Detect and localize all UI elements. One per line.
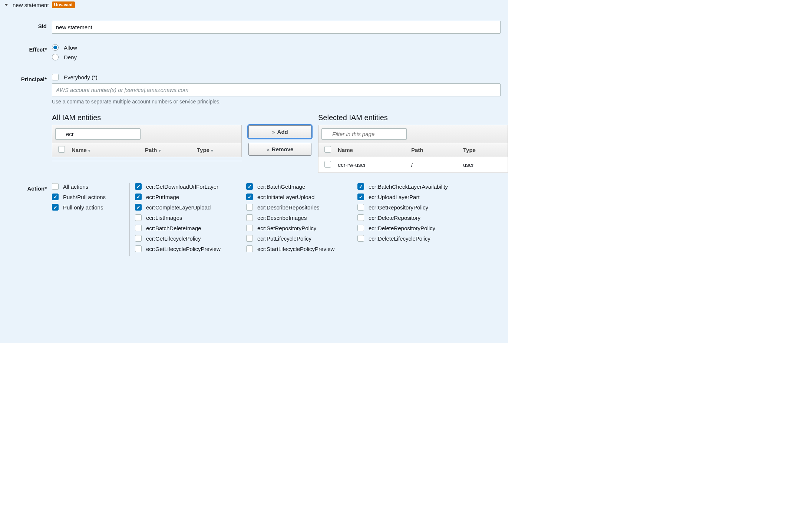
action-checkbox[interactable] xyxy=(135,194,142,200)
action-item: ecr:ListImages xyxy=(135,214,237,221)
action-label: ecr:DeleteRepositoryPolicy xyxy=(369,225,435,231)
remove-button[interactable]: «Remove xyxy=(248,143,311,156)
action-item: ecr:DeleteRepository xyxy=(357,214,460,221)
action-item: ecr:DeleteRepositoryPolicy xyxy=(357,225,460,231)
action-item: ecr:GetRepositoryPolicy xyxy=(357,204,460,211)
sid-input[interactable] xyxy=(52,21,501,34)
col-name[interactable]: Name▾ xyxy=(69,147,142,153)
row-effect: Effect* Allow Deny xyxy=(0,44,508,63)
action-checkbox[interactable] xyxy=(357,235,364,242)
label-action: Action* xyxy=(0,183,52,192)
radio-allow-label: Allow xyxy=(64,44,77,51)
action-checkbox[interactable] xyxy=(246,235,253,242)
col-type[interactable]: Type xyxy=(460,147,505,153)
action-checkbox[interactable] xyxy=(246,204,253,211)
action-group-item: All actions xyxy=(52,183,124,190)
unsaved-badge: Unsaved xyxy=(52,1,75,8)
radio-deny[interactable] xyxy=(52,54,59,60)
col-name[interactable]: Name xyxy=(335,147,408,153)
selected-iam-filter[interactable] xyxy=(321,128,407,140)
action-group-label: Pull only actions xyxy=(63,204,103,211)
label-sid: Sid xyxy=(0,21,52,29)
action-item: ecr:GetDownloadUrlForLayer xyxy=(135,183,237,190)
all-iam-filter[interactable] xyxy=(55,128,141,140)
action-item: ecr:UploadLayerPart xyxy=(357,194,460,200)
action-checkbox[interactable] xyxy=(135,225,142,231)
action-checkbox[interactable] xyxy=(357,183,364,190)
action-checkbox[interactable] xyxy=(52,194,59,200)
action-checkbox[interactable] xyxy=(246,214,253,221)
action-group-item: Pull only actions xyxy=(52,204,124,211)
chevron-right-icon: » xyxy=(272,129,275,135)
action-checkbox[interactable] xyxy=(52,183,59,190)
action-label: ecr:StartLifecyclePolicyPreview xyxy=(257,246,334,252)
action-label: ecr:GetLifecyclePolicy xyxy=(146,235,201,242)
all-iam-panel: All IAM entities ▾ Name▾ Path▾ Type▾ xyxy=(52,113,242,161)
all-iam-select-all[interactable] xyxy=(58,146,65,153)
action-label: ecr:GetLifecyclePolicyPreview xyxy=(146,246,221,252)
action-item: ecr:CompleteLayerUpload xyxy=(135,204,237,211)
table-row[interactable]: ecr-rw-user / user xyxy=(318,157,508,173)
sort-icon: ▾ xyxy=(88,148,90,153)
chevron-left-icon: « xyxy=(267,146,270,152)
action-label: ecr:DeleteRepository xyxy=(369,215,420,221)
action-checkbox[interactable] xyxy=(135,204,142,211)
selected-iam-title: Selected IAM entities xyxy=(318,113,508,122)
action-group-item: Push/Pull actions xyxy=(52,194,124,200)
action-label: ecr:PutLifecyclePolicy xyxy=(257,235,311,242)
row-path: / xyxy=(408,162,460,168)
action-label: ecr:InitiateLayerUpload xyxy=(257,194,314,200)
row-type: user xyxy=(460,162,505,168)
add-button[interactable]: »Add xyxy=(248,125,311,138)
action-item: ecr:BatchGetImage xyxy=(246,183,349,190)
action-checkbox[interactable] xyxy=(357,214,364,221)
row-checkbox[interactable] xyxy=(324,161,331,168)
row-sid: Sid xyxy=(0,21,508,34)
action-item: ecr:PutImage xyxy=(135,194,237,200)
action-group-label: All actions xyxy=(63,184,88,190)
action-group-label: Push/Pull actions xyxy=(63,194,106,200)
principal-input[interactable] xyxy=(52,83,501,96)
col-type[interactable]: Type▾ xyxy=(194,147,238,153)
action-label: ecr:BatchGetImage xyxy=(257,184,305,190)
radio-allow[interactable] xyxy=(52,44,59,51)
row-action: Action* All actionsPush/Pull actionsPull… xyxy=(0,183,508,256)
action-checkbox[interactable] xyxy=(135,245,142,252)
action-checkbox[interactable] xyxy=(357,194,364,200)
action-item: ecr:StartLifecyclePolicyPreview xyxy=(246,245,349,252)
all-iam-header: Name▾ Path▾ Type▾ xyxy=(52,143,242,157)
action-item: ecr:GetLifecyclePolicyPreview xyxy=(135,245,237,252)
action-checkbox[interactable] xyxy=(357,204,364,211)
action-item: ecr:GetLifecyclePolicy xyxy=(135,235,237,242)
action-item: ecr:InitiateLayerUpload xyxy=(246,194,349,200)
checkbox-everybody[interactable] xyxy=(52,74,59,80)
transfer-buttons: »Add «Remove xyxy=(248,113,311,156)
label-principal: Principal* xyxy=(0,74,52,82)
action-checkbox[interactable] xyxy=(135,235,142,242)
selected-iam-select-all[interactable] xyxy=(324,146,331,153)
action-checkbox[interactable] xyxy=(135,214,142,221)
action-checkbox[interactable] xyxy=(246,245,253,252)
sort-icon: ▾ xyxy=(159,148,161,153)
action-label: ecr:PutImage xyxy=(146,194,179,200)
col-path[interactable]: Path▾ xyxy=(142,147,194,153)
action-item: ecr:DescribeImages xyxy=(246,214,349,221)
action-checkbox[interactable] xyxy=(246,194,253,200)
action-label: ecr:DescribeImages xyxy=(257,215,307,221)
action-checkbox[interactable] xyxy=(135,183,142,190)
principal-help: Use a comma to separate multiple account… xyxy=(52,99,508,105)
action-checkbox[interactable] xyxy=(357,225,364,231)
action-item: ecr:BatchDeleteImage xyxy=(135,225,237,231)
action-checkbox[interactable] xyxy=(246,225,253,231)
col-path[interactable]: Path xyxy=(408,147,460,153)
action-item: ecr:SetRepositoryPolicy xyxy=(246,225,349,231)
action-label: ecr:ListImages xyxy=(146,215,182,221)
collapse-icon[interactable] xyxy=(4,4,8,6)
row-name: ecr-rw-user xyxy=(335,162,408,168)
action-label: ecr:SetRepositoryPolicy xyxy=(257,225,316,231)
sort-icon: ▾ xyxy=(211,148,213,153)
action-checkbox[interactable] xyxy=(52,204,59,211)
action-label: ecr:DescribeRepositories xyxy=(257,204,320,211)
action-checkbox[interactable] xyxy=(246,183,253,190)
action-item: ecr:DeleteLifecyclePolicy xyxy=(357,235,460,242)
